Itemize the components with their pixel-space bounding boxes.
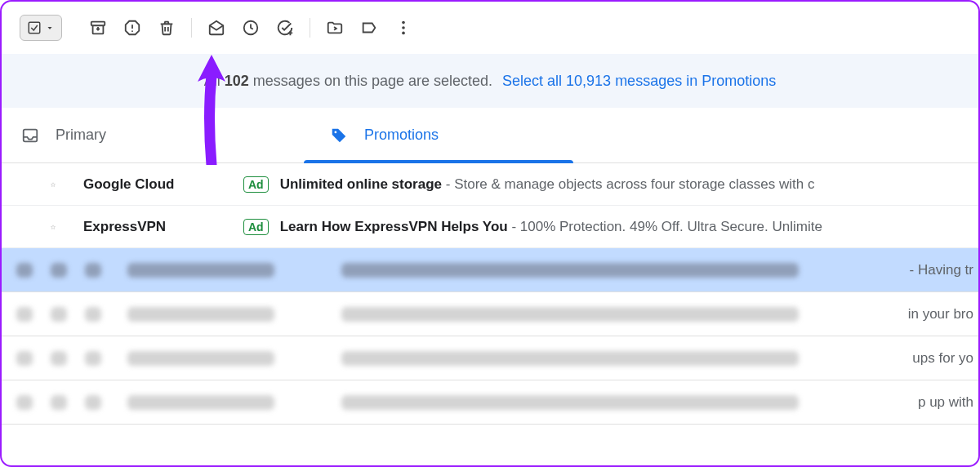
snippet-tail: ups for yo [912, 350, 978, 367]
email-row-redacted[interactable]: ups for yo [2, 336, 978, 380]
envelope-open-icon [207, 19, 225, 37]
archive-icon [89, 19, 107, 37]
toolbar-divider [310, 18, 310, 38]
select-all-checkbox[interactable] [20, 15, 62, 41]
checkbox-checked-icon [27, 20, 42, 35]
redacted [127, 307, 274, 322]
delete-button[interactable] [150, 11, 183, 44]
mark-unread-button[interactable] [200, 11, 233, 44]
redacted [341, 263, 799, 278]
redacted [51, 263, 67, 278]
redacted [16, 351, 33, 366]
redacted [341, 351, 799, 366]
action-toolbar [2, 2, 978, 54]
svg-rect-0 [29, 22, 40, 33]
star-toggle[interactable] [8, 176, 56, 193]
trash-icon [158, 19, 176, 37]
svg-point-10 [402, 21, 405, 24]
redacted [85, 395, 101, 410]
labels-button[interactable] [353, 11, 385, 44]
svg-point-4 [131, 30, 133, 32]
sender: Google Cloud [56, 176, 243, 193]
move-folder-icon [326, 19, 344, 37]
redacted [341, 395, 799, 410]
tab-label: Promotions [364, 127, 439, 144]
toolbar-divider [191, 18, 192, 38]
tag-icon [330, 127, 348, 145]
label-icon [360, 19, 378, 37]
more-vert-icon [394, 19, 412, 37]
email-row-redacted[interactable]: in your bro [2, 292, 978, 336]
snippet-tail: in your bro [908, 306, 978, 322]
banner-text: All 102 messages on this page are select… [204, 73, 492, 90]
add-to-tasks-button[interactable] [269, 11, 301, 44]
tab-promotions[interactable]: Promotions [304, 108, 573, 162]
redacted [16, 395, 33, 410]
redacted [51, 307, 67, 322]
redacted [85, 307, 101, 322]
redacted [51, 395, 67, 410]
category-tabs: Primary Promotions [2, 108, 978, 163]
redacted [127, 263, 274, 278]
redacted [16, 307, 33, 322]
email-row-redacted[interactable]: - Having tr [2, 248, 978, 292]
report-spam-button[interactable] [116, 11, 149, 44]
selection-banner: All 102 messages on this page are select… [2, 54, 978, 108]
redacted [127, 395, 274, 410]
move-to-button[interactable] [318, 11, 351, 44]
svg-rect-1 [91, 22, 105, 26]
dropdown-caret-icon [45, 23, 55, 33]
sender: ExpressVPN [56, 219, 243, 235]
ad-row[interactable]: Google CloudAdUnlimited online storage -… [2, 163, 978, 206]
email-row-redacted[interactable]: p up with [2, 380, 978, 425]
snippet-tail: - Having tr [910, 262, 978, 278]
redacted [127, 351, 274, 366]
redacted [341, 307, 799, 322]
redacted [85, 351, 101, 366]
ad-badge: Ad [243, 176, 269, 193]
more-button[interactable] [387, 11, 420, 44]
snooze-button[interactable] [234, 11, 267, 44]
svg-point-12 [402, 32, 405, 35]
tab-label: Primary [56, 127, 106, 144]
svg-marker-16 [51, 225, 56, 229]
redacted [51, 351, 67, 366]
redacted [85, 263, 101, 278]
spam-icon [123, 19, 141, 37]
svg-point-14 [335, 131, 337, 133]
archive-button[interactable] [82, 11, 114, 44]
ad-badge: Ad [243, 219, 269, 235]
star-toggle[interactable] [8, 218, 56, 236]
svg-marker-15 [51, 182, 56, 186]
svg-point-11 [402, 26, 405, 29]
snippet-tail: p up with [918, 394, 978, 411]
select-all-conversations-link[interactable]: Select all 10,913 messages in Promotions [502, 73, 776, 90]
ad-row[interactable]: ExpressVPNAdLearn How ExpressVPN Helps Y… [2, 206, 978, 248]
tab-primary[interactable]: Primary [2, 108, 304, 162]
add-task-icon [276, 19, 294, 37]
inbox-icon [21, 127, 39, 145]
clock-icon [242, 19, 260, 37]
subject-line: AdUnlimited online storage - Store & man… [243, 176, 978, 193]
subject-line: AdLearn How ExpressVPN Helps You - 100% … [243, 219, 978, 235]
redacted [16, 263, 33, 278]
